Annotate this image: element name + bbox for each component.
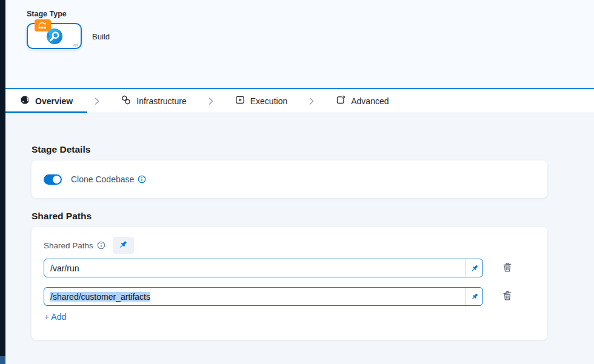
chevron-right-icon [207, 97, 215, 105]
shared-path-row: /shared/customer_artifacts [44, 287, 535, 306]
hexagons-icon [121, 95, 131, 107]
left-nav-accent [0, 356, 5, 364]
info-circle-icon[interactable] [138, 175, 146, 184]
tab-execution[interactable]: Execution [235, 95, 287, 107]
tab-infrastructure-label: Infrastructure [136, 96, 186, 106]
shared-path-input-1[interactable]: /shared/customer_artifacts [44, 287, 483, 306]
stage-tabs: Overview Infrastructure Ex [5, 89, 594, 113]
document-gear-icon [336, 95, 345, 107]
overview-tab-content: Stage Details Clone Codebase Shared Path… [5, 113, 594, 364]
shared-path-row: /var/run [44, 259, 535, 277]
chevron-right-icon [93, 97, 101, 105]
delete-path-button-0[interactable] [502, 262, 513, 275]
shared-paths-field-label: Shared Paths [44, 241, 93, 250]
stage-config-page: Stage Type [0, 0, 594, 364]
stage-type-label: Stage Type [27, 10, 67, 18]
pushpin-icon [118, 240, 128, 251]
pushpin-icon[interactable] [466, 288, 482, 305]
stage-header: Stage Type [5, 0, 594, 89]
chevron-right-icon [308, 97, 315, 105]
stage-name: Build [92, 32, 110, 41]
tab-infrastructure[interactable]: Infrastructure [121, 95, 186, 107]
delete-path-button-1[interactable] [502, 290, 513, 303]
shared-paths-card: Shared Paths [32, 227, 547, 340]
stage-card[interactable]: </> [27, 23, 82, 49]
add-path-button[interactable]: + Add [44, 312, 66, 322]
stage-details-heading: Stage Details [32, 113, 594, 155]
toggle-knob [53, 176, 61, 184]
tab-advanced[interactable]: Advanced [336, 95, 389, 107]
shared-path-value-1: /shared/customer_artifacts [44, 288, 466, 305]
shared-paths-label-row: Shared Paths [44, 237, 535, 254]
play-box-icon [235, 95, 245, 107]
clone-codebase-toggle[interactable] [44, 174, 62, 185]
tab-execution-label: Execution [250, 96, 287, 106]
tab-overview-label: Overview [35, 96, 73, 106]
pushpin-icon[interactable] [466, 259, 482, 277]
tab-overview[interactable]: Overview [20, 95, 73, 107]
shared-paths-heading: Shared Paths [32, 198, 594, 222]
trash-icon [502, 262, 513, 275]
overview-sphere-icon [20, 95, 30, 107]
shared-path-input-0[interactable]: /var/run [44, 259, 483, 277]
code-glyph: </> [73, 43, 78, 47]
shared-path-value-0: /var/run [44, 259, 466, 277]
runtime-input-pin-button[interactable] [113, 237, 134, 254]
tab-advanced-label: Advanced [351, 96, 389, 106]
left-nav-sliver [0, 0, 5, 364]
clone-codebase-label: Clone Codebase [71, 174, 134, 184]
info-circle-icon[interactable] [97, 241, 105, 250]
stage-details-card: Clone Codebase [32, 160, 547, 198]
trash-icon [502, 290, 513, 303]
